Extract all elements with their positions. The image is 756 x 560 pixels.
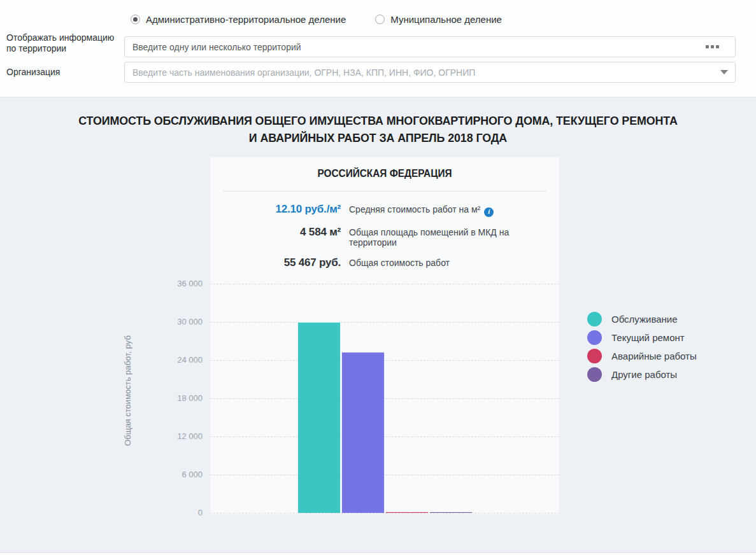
y-tick-label: 24 000 <box>145 355 203 365</box>
gridline <box>210 322 559 323</box>
chevron-down-icon[interactable] <box>720 70 728 74</box>
gridline <box>210 284 559 284</box>
stat-label: Средняя стоимость работ на м²i <box>349 204 494 217</box>
stat-label: Общая стоимость работ <box>349 258 450 268</box>
gridline <box>210 475 559 475</box>
legend-item[interactable]: Другие работы <box>587 367 697 382</box>
territory-field-label: Отображать информацию по территории <box>6 32 124 54</box>
radio-administrative-division[interactable]: Административно-территориальное деление <box>131 14 346 25</box>
legend-item[interactable]: Аварийные работы <box>587 349 697 363</box>
page: Административно-территориальное деление … <box>0 0 756 560</box>
legend-color-dot <box>587 367 602 382</box>
bar-series-0[interactable] <box>297 322 341 513</box>
legend-label: Другие работы <box>611 369 677 380</box>
legend-item[interactable]: Обслуживание <box>587 312 697 326</box>
region-panel-title: РОССИЙСКАЯ ФЕДЕРАЦИЯ <box>217 168 552 179</box>
division-radio-group: Административно-территориальное деление … <box>131 14 502 25</box>
stat-value: 4 584 м² <box>210 226 341 239</box>
stat-label: Общая площадь помещений в МКД на террито… <box>349 227 559 248</box>
radio-municipal-division[interactable]: Муниципальное деление <box>375 14 502 25</box>
stat-value: 55 467 руб. <box>210 256 341 269</box>
region-panel: РОССИЙСКАЯ ФЕДЕРАЦИЯ 12.10 руб./м² Средн… <box>210 157 559 514</box>
stats-block: 12.10 руб./м² Средняя стоимость работ на… <box>210 203 559 278</box>
legend-item[interactable]: Текущий ремонт <box>587 330 697 345</box>
organization-field-label: Организация <box>6 67 124 78</box>
ellipsis-icon[interactable] <box>706 45 719 48</box>
stat-row-total-cost: 55 467 руб. Общая стоимость работ <box>210 256 559 269</box>
organization-input[interactable] <box>124 62 736 83</box>
y-tick-label: 30 000 <box>145 317 203 326</box>
page-title-line1: СТОИМОСТЬ ОБСЛУЖИВАНИЯ ОБЩЕГО ИМУЩЕСТВА … <box>23 112 734 129</box>
y-tick-label: 12 000 <box>145 431 203 441</box>
y-tick-label: 36 000 <box>145 279 203 288</box>
legend-color-dot <box>587 330 602 345</box>
bar-series-1[interactable] <box>341 352 385 513</box>
gridline <box>210 360 559 361</box>
page-title-line2: И АВАРИЙНЫХ РАБОТ ЗА АПРЕЛЬ 2018 ГОДА <box>23 129 734 146</box>
bar-series-3[interactable] <box>429 512 473 513</box>
stat-row-average-cost: 12.10 руб./м² Средняя стоимость работ на… <box>210 203 559 217</box>
bar-series-2[interactable] <box>385 512 429 513</box>
radio-label[interactable]: Административно-территориальное деление <box>146 14 346 25</box>
radio-unselected-icon[interactable] <box>375 15 385 24</box>
radio-label[interactable]: Муниципальное деление <box>390 14 502 25</box>
gridline <box>210 437 559 437</box>
page-title: СТОИМОСТЬ ОБСЛУЖИВАНИЯ ОБЩЕГО ИМУЩЕСТВА … <box>23 112 734 146</box>
plot-area <box>210 284 559 513</box>
chart-legend: ОбслуживаниеТекущий ремонтАварийные рабо… <box>587 312 697 386</box>
y-tick-label: 6 000 <box>145 470 203 479</box>
gridline <box>210 398 559 399</box>
info-icon[interactable]: i <box>484 207 494 217</box>
legend-label: Обслуживание <box>611 314 678 325</box>
filter-bar: Административно-территориальное деление … <box>0 0 756 97</box>
legend-label: Текущий ремонт <box>611 332 685 343</box>
y-axis-title: Общая стоимость работ, руб <box>123 335 132 446</box>
y-tick-label: 0 <box>145 508 203 517</box>
legend-color-dot <box>587 312 602 326</box>
y-axis-ticks: 06 00012 00018 00024 00030 00036 000 <box>145 284 203 513</box>
stat-value: 12.10 руб./м² <box>210 203 341 216</box>
y-tick-label: 18 000 <box>145 393 203 403</box>
radio-selected-icon[interactable] <box>131 15 140 24</box>
territory-input[interactable] <box>124 36 736 57</box>
legend-label: Аварийные работы <box>611 351 697 361</box>
gridline <box>210 513 559 514</box>
stat-row-total-area: 4 584 м² Общая площадь помещений в МКД н… <box>210 226 559 248</box>
legend-color-dot <box>587 349 602 363</box>
panel-divider <box>223 191 546 192</box>
stat-label-text: Средняя стоимость работ на м² <box>349 204 480 214</box>
